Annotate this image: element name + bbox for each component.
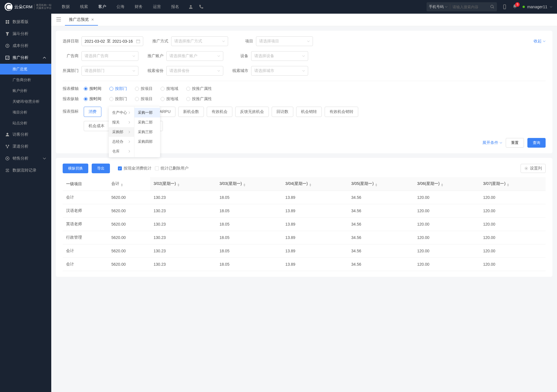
metric-button[interactable]: 有效机会 [207, 107, 232, 117]
query-button[interactable]: 查询 [527, 138, 546, 148]
reset-button[interactable]: 重置 [506, 138, 524, 148]
province-select[interactable]: 请选择省份 [166, 66, 223, 76]
svg-point-12 [8, 145, 9, 146]
cascader-item[interactable]: 采购四部 [134, 137, 160, 147]
notif-badge: 5 [515, 2, 520, 7]
advertiser-select[interactable]: 请选择广告商 [81, 51, 138, 61]
topnav-item[interactable]: 运营 [152, 4, 162, 9]
sidebar-subitem[interactable]: 推广总览 [0, 64, 51, 75]
radio-option[interactable]: 按地域 [161, 86, 178, 91]
method-select[interactable]: 请选择推广方式 [171, 36, 228, 46]
search-input[interactable] [450, 5, 490, 9]
device-select[interactable]: 请选择设备 [251, 51, 308, 61]
date-range-picker[interactable]: 2021-03-02 至 2021-03-16 [81, 36, 143, 46]
radio-option[interactable]: 按时间 [84, 96, 101, 102]
sidebar-item[interactable]: 推广分析 [0, 52, 51, 64]
sidebar-subitem[interactable]: 广告商分析 [0, 75, 51, 85]
sidebar-subitem[interactable]: 关键词/创意分析 [0, 96, 51, 107]
cascader-item[interactable]: 总经办 [109, 137, 134, 147]
cascader-item[interactable]: 采购一部 [134, 108, 160, 117]
logo[interactable]: 云朵CRM 教育机构一站式服务云平台 [5, 3, 52, 11]
metric-button[interactable]: 消费 [84, 107, 101, 117]
radio-option[interactable]: 按项目 [135, 96, 153, 102]
chevron-right-icon [128, 121, 131, 124]
metric-button[interactable]: 有效机会销转 [325, 107, 358, 117]
topnav-item[interactable]: 客户 [97, 4, 107, 9]
phone-icon[interactable] [198, 4, 204, 9]
sidebar-subitem[interactable]: 账户分析 [0, 85, 51, 96]
dept-select[interactable]: 请选择部门 [81, 66, 138, 76]
table-header[interactable]: 一级项目 [63, 177, 108, 191]
cascader-item[interactable]: 报关 [109, 117, 134, 127]
table-cell: 5620.00 [108, 244, 150, 258]
table-header[interactable]: 3/06(星期一)▲▼ [414, 177, 480, 191]
cascader-item[interactable]: 生产中心 [109, 108, 134, 117]
toggle-axis-button[interactable]: 横纵切换 [63, 164, 88, 173]
radio-option[interactable]: 按地域 [161, 96, 178, 102]
metric-button[interactable]: 新机会数 [178, 107, 204, 117]
cash-stat-checkbox[interactable]: 按现金消费统计 [118, 166, 151, 171]
radio-option[interactable]: 按时间 [84, 86, 101, 91]
deleted-user-checkbox[interactable]: 统计已删除用户 [155, 166, 189, 171]
sidebar-item[interactable]: 访客分析 [0, 129, 51, 141]
metric-button[interactable]: 反馈无效机会 [235, 107, 269, 117]
tab-close[interactable]: ✕ [91, 18, 94, 22]
table-header[interactable]: 3/04(星期一)▲▼ [282, 177, 348, 191]
tab-promo-overview[interactable]: 推广总预览 ✕ [65, 14, 98, 26]
table-cell: 13.89 [282, 218, 348, 231]
metric-button[interactable]: 回访数 [272, 107, 293, 117]
metric-button[interactable]: 机会销转 [296, 107, 322, 117]
radio-option[interactable]: 按推广属性 [186, 96, 212, 102]
search-type-select[interactable]: 手机号码 [429, 4, 450, 9]
sidebar-item[interactable]: 漏斗分析 [0, 28, 51, 40]
project-select[interactable]: 请选择项目 [256, 36, 313, 46]
dept-cascader[interactable]: 生产中心报关采购部总经办仓库 采购一部采购二部采购三部采购四部 [109, 107, 160, 157]
cascader-item[interactable]: 采购二部 [134, 117, 160, 127]
radio-option[interactable]: 按推广属性 [186, 86, 212, 91]
cascader-item[interactable]: 仓库 [109, 147, 134, 156]
radio-option[interactable]: 按部门 [109, 96, 127, 102]
topnav-item[interactable]: 数据 [61, 4, 71, 9]
radio-icon [84, 87, 88, 91]
topnav-item[interactable]: 财务 [134, 4, 144, 9]
table-cell: 行政管理 [63, 231, 108, 244]
sidebar-item[interactable]: 数据流转记录 [0, 164, 51, 176]
global-search[interactable]: 手机号码 [427, 2, 497, 11]
topnav-item[interactable]: 报名 [170, 4, 180, 9]
table-cell: 汉语老师 [63, 204, 108, 218]
table-header[interactable]: 3/05(星期一)▲▼ [348, 177, 414, 191]
column-settings-button[interactable]: 设置列 [521, 164, 546, 173]
table-row: 会计5620.00130.2318.0513.8934.56120.00120.… [63, 258, 546, 271]
sidebar-item[interactable]: 渠道分析 [0, 141, 51, 152]
export-button[interactable]: 导出 [92, 164, 110, 173]
expand-conditions[interactable]: 展开条件 [482, 140, 502, 145]
user-icon[interactable] [188, 4, 193, 9]
sidebar-subitem[interactable]: 站点分析 [0, 118, 51, 129]
metric-button[interactable]: 机会成本 [84, 121, 109, 131]
radio-option[interactable]: 按部门 [109, 86, 127, 91]
sidebar-item[interactable]: 销售分析 [0, 152, 51, 164]
mobile-icon[interactable] [502, 4, 507, 9]
sidebar-toggle[interactable] [55, 16, 63, 24]
sidebar-item[interactable]: 数据看版 [0, 16, 51, 28]
topnav-item[interactable]: 线索 [79, 4, 89, 9]
table-header[interactable]: 合计▲▼ [108, 177, 150, 191]
gear-icon [524, 166, 528, 170]
cascader-item[interactable]: 采购部 [109, 127, 134, 137]
chevron-down-icon [302, 55, 305, 57]
collapse-filters[interactable]: 收起 [534, 39, 546, 44]
notifications[interactable]: 5 [512, 4, 517, 10]
table-header[interactable]: 3/03(星期一)▲▼ [216, 177, 282, 191]
user-menu[interactable]: manager11 [523, 5, 552, 9]
city-select[interactable]: 请选择城市 [251, 66, 308, 76]
sidebar-subitem[interactable]: 项目分析 [0, 107, 51, 118]
search-icon[interactable] [490, 5, 495, 9]
sidebar-item[interactable]: 成本分析 [0, 40, 51, 52]
radio-option[interactable]: 按项目 [135, 86, 153, 91]
table-header[interactable]: 3/07(星期一)▲▼ [480, 177, 546, 191]
cascader-item[interactable]: 采购三部 [134, 127, 160, 137]
account-select[interactable]: 请选择推广账户 [166, 51, 223, 61]
topnav-item[interactable]: 公海 [115, 4, 126, 9]
horizontal-axis-row: 报表横轴 按时间按部门按项目按地域按推广属性 [63, 86, 546, 91]
table-header[interactable]: 3/02(星期一)▲▼ [150, 177, 216, 191]
